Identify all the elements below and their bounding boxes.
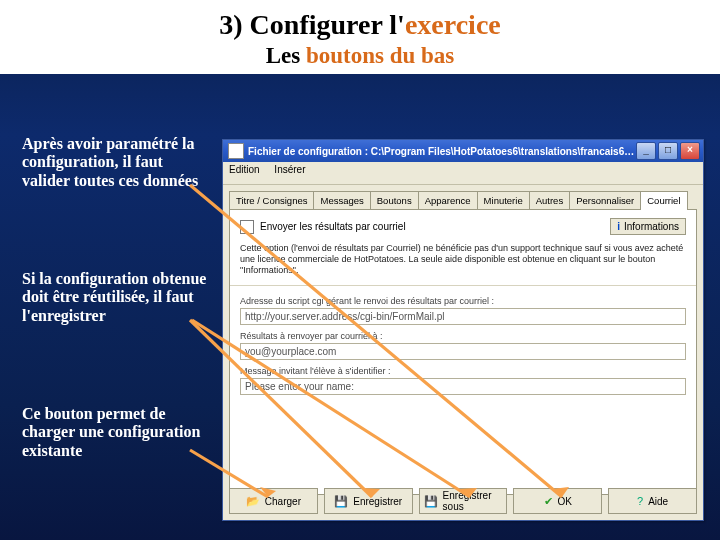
tab-messages[interactable]: Messages — [313, 191, 370, 209]
tab-boutons[interactable]: Boutons — [370, 191, 419, 209]
dialog-app-icon — [228, 143, 244, 159]
tab-apparence[interactable]: Apparence — [418, 191, 478, 209]
slide-title: 3) Configurer l'exercice — [0, 10, 720, 41]
saveas-button[interactable]: 💾Enregistrer sous — [419, 488, 508, 514]
tab-personnaliser[interactable]: Personnaliser — [569, 191, 641, 209]
help-text: Cette option (l'envoi de résultats par C… — [240, 243, 686, 275]
divider — [230, 285, 696, 286]
tab-minuterie[interactable]: Minuterie — [477, 191, 530, 209]
question-icon: ? — [637, 495, 643, 507]
floppy-icon: 💾 — [334, 495, 348, 508]
load-button[interactable]: 📂Charger — [229, 488, 318, 514]
help-button[interactable]: ?Aide — [608, 488, 697, 514]
close-button[interactable]: × — [680, 142, 700, 160]
paragraph-3: Ce bouton permet de charger une configur… — [22, 405, 210, 460]
title-band: 3) Configurer l'exercice Les boutons du … — [0, 0, 720, 74]
minimize-button[interactable]: _ — [636, 142, 656, 160]
dialog-title: Fichier de configuration : C:\Program Fi… — [248, 146, 636, 157]
slide-subtitle: Les boutons du bas — [0, 43, 720, 68]
paragraph-2: Si la configuration obtenue doit être ré… — [22, 270, 210, 325]
check-icon: ✔ — [544, 495, 553, 508]
tab-titre[interactable]: Titre / Consignes — [229, 191, 314, 209]
prompt-label: Message invitant l'élève à s'identifier … — [240, 366, 686, 376]
send-results-label: Envoyer les résultats par courriel — [260, 221, 406, 232]
prompt-input[interactable] — [240, 378, 686, 395]
slide-body: Après avoir paramétré la configuration, … — [0, 115, 720, 540]
info-icon: i — [617, 221, 620, 232]
mailto-label: Résultats à renvoyer par courriel à : — [240, 331, 686, 341]
floppy-icon: 💾 — [424, 495, 438, 508]
tab-panel-courriel: Envoyer les résultats par courriel i Inf… — [229, 209, 697, 495]
dialog-titlebar: Fichier de configuration : C:\Program Fi… — [223, 140, 703, 162]
config-dialog: Fichier de configuration : C:\Program Fi… — [222, 139, 704, 521]
mailto-input[interactable] — [240, 343, 686, 360]
ok-button[interactable]: ✔OK — [513, 488, 602, 514]
menubar: Edition Insérer — [223, 162, 703, 185]
maximize-button[interactable]: □ — [658, 142, 678, 160]
save-button[interactable]: 💾Enregistrer — [324, 488, 413, 514]
informations-button[interactable]: i Informations — [610, 218, 686, 235]
menu-edition[interactable]: Edition — [229, 164, 260, 175]
menu-insert[interactable]: Insérer — [274, 164, 305, 175]
dialog-bottom-buttons: 📂Charger 💾Enregistrer 💾Enregistrer sous … — [229, 488, 697, 514]
cgi-url-input[interactable] — [240, 308, 686, 325]
tabstrip: Titre / Consignes Messages Boutons Appar… — [229, 191, 697, 209]
cgi-url-label: Adresse du script cgi gérant le renvoi d… — [240, 296, 686, 306]
tab-autres[interactable]: Autres — [529, 191, 570, 209]
tab-courriel[interactable]: Courriel — [640, 191, 687, 209]
folder-open-icon: 📂 — [246, 495, 260, 508]
paragraph-1: Après avoir paramétré la configuration, … — [22, 135, 210, 190]
slide: 3) Configurer l'exercice Les boutons du … — [0, 0, 720, 540]
send-results-checkbox[interactable] — [240, 220, 254, 234]
